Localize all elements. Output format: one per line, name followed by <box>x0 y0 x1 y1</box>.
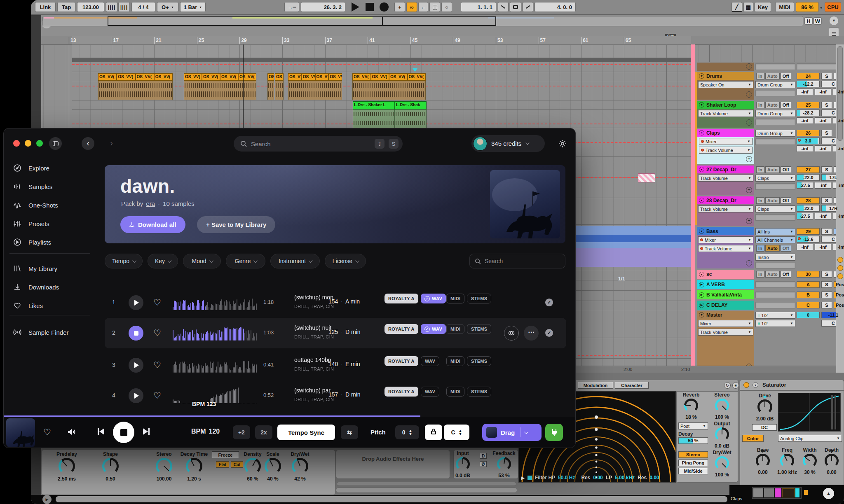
monitor-auto[interactable]: Auto <box>765 73 780 79</box>
filter-instrument[interactable]: Instrument <box>270 254 320 268</box>
badge-midi[interactable]: MIDI <box>446 324 464 334</box>
param-dropdown[interactable]: Track Volume▼ <box>699 147 753 154</box>
echo-mode-pingpong[interactable]: Ping Pong <box>678 460 708 466</box>
track-header[interactable]: ≈Claps <box>697 129 754 137</box>
monitor-buttons[interactable]: InAutoOff <box>756 271 791 278</box>
return-letter[interactable]: A <box>797 281 820 288</box>
volume-button[interactable] <box>66 427 76 439</box>
monitor-off[interactable]: Off <box>781 197 791 204</box>
row-play-button[interactable] <box>129 295 143 310</box>
badge-midi[interactable]: MIDI <box>446 294 464 303</box>
echo-sync-icon[interactable]: ↻ <box>724 382 731 389</box>
sidebar-item-likes[interactable]: Likes <box>13 299 43 312</box>
d-sync-button[interactable]: D <box>480 453 487 459</box>
track-header[interactable]: ▼27 Decap_Dr <box>697 166 754 173</box>
track-row-C DELAY[interactable]: ▶C DELAYCSPost <box>697 301 844 310</box>
cpu-meter-value[interactable]: 86 % <box>796 2 819 12</box>
echo-output-knob[interactable] <box>715 427 729 441</box>
sidebar-collapse-button[interactable] <box>49 137 62 150</box>
play-fold-icon[interactable]: ▶ <box>699 282 704 287</box>
phase-button[interactable]: Ø <box>480 461 487 467</box>
sidebar-item-playlists[interactable]: Playlists <box>13 236 51 248</box>
sat-depth-knob[interactable] <box>825 454 839 468</box>
audio-clip-body[interactable] <box>352 81 426 100</box>
arrangement-position-field[interactable]: 26. 3. 2 <box>301 2 345 12</box>
shaker-clip-body[interactable] <box>353 110 395 128</box>
param-dropdown[interactable]: Claps▼ <box>755 205 795 212</box>
punch-out-button[interactable] <box>523 2 533 12</box>
meter-field[interactable]: -inf <box>833 182 844 189</box>
tempo-sync-button[interactable]: Tempo Sync <box>277 425 335 440</box>
key-select-stepper[interactable]: C▲▼ <box>444 425 469 440</box>
filter-active-icon[interactable] <box>528 476 532 480</box>
new-midi-clip-button[interactable]: + <box>394 2 405 12</box>
badge-stems[interactable]: STEMS <box>467 324 491 334</box>
input-knob[interactable] <box>456 457 470 471</box>
sidebar-item-presets[interactable]: Presets <box>13 217 49 230</box>
row-play-button[interactable] <box>129 358 143 373</box>
track-row-Claps[interactable]: ≈ClapsMixer▼Track Volume▼+Drum Group▼26S… <box>697 129 844 164</box>
param-dropdown[interactable]: Track Volume▼ <box>698 110 753 117</box>
param-dropdown[interactable]: Mixer▼ <box>699 138 753 145</box>
back-to-arrangement-button[interactable]: ← <box>418 2 428 12</box>
audio-clip-header[interactable]: OS_VV( <box>275 73 284 81</box>
tap-button[interactable]: Tap <box>57 2 75 12</box>
track-row-Master[interactable]: ▼MasterMixer▼Track Volume▼+⠿1/2▼⠿1/2▼0-1… <box>697 311 844 373</box>
sat-freq-knob[interactable] <box>780 454 794 468</box>
audio-clip-header[interactable]: OS_VV( <box>154 73 173 81</box>
sample-row[interactable]: 4♡0:52(switchup) parDRILL, TRAP, CIN157·… <box>105 380 566 411</box>
track-header[interactable]: ▼Master <box>697 311 754 319</box>
filter-key[interactable]: Key <box>148 254 178 268</box>
fold-arrow-icon[interactable]: ▼ <box>699 272 704 277</box>
downloaded-check-icon[interactable]: ✓ <box>545 299 553 306</box>
fold-arrow-icon[interactable]: ▼ <box>699 312 704 317</box>
device-scroll-strip-2[interactable] <box>336 488 517 493</box>
volume-field[interactable]: -12.2 <box>797 81 820 87</box>
fold-arrow-icon[interactable]: ▼ <box>699 73 704 79</box>
echo-drywet-knob[interactable] <box>715 456 729 470</box>
row-waveform[interactable] <box>173 295 258 310</box>
master-volume[interactable]: 0 <box>797 312 820 318</box>
device-panel-expand-button[interactable]: ▲ <box>823 488 834 499</box>
track-header[interactable]: ▼28 Decap_Dr <box>697 196 754 204</box>
monitor-in[interactable]: In <box>756 245 764 252</box>
device-chain-scrollbar[interactable] <box>56 496 727 502</box>
global-search-bar[interactable]: Search ⇧ S <box>234 136 403 152</box>
fold-arrow-icon[interactable]: ≈ <box>699 130 704 135</box>
track-number[interactable]: 30 <box>797 271 820 278</box>
param-dropdown[interactable]: Instro▼ <box>755 254 795 261</box>
monitor-auto[interactable]: Auto <box>765 197 780 204</box>
filter-license[interactable]: License <box>325 254 366 268</box>
post-button[interactable]: Post <box>834 281 844 288</box>
track-row-stub[interactable]: + <box>697 63 844 71</box>
audio-clip-header[interactable]: OS_VV( <box>288 73 302 81</box>
similar-sounds-button[interactable] <box>504 326 519 341</box>
badge-wav[interactable]: ✓WAV <box>421 324 446 334</box>
punch-in-button[interactable] <box>498 2 509 12</box>
automation-mode-button[interactable]: ○ <box>441 2 452 12</box>
draw-mode-button[interactable] <box>429 2 440 12</box>
meter-field[interactable]: -inf <box>815 244 831 250</box>
monitor-buttons[interactable]: InAutoOff <box>756 197 791 204</box>
badge-midi[interactable]: MIDI <box>446 356 464 366</box>
echo-tab-modulation[interactable]: Modulation <box>578 382 613 389</box>
download-all-button[interactable]: Download all <box>120 216 185 233</box>
track-header[interactable]: ▼Shaker Loop <box>697 101 754 109</box>
saturator-shape-dropdown[interactable]: Analog Clip▼ <box>778 435 842 442</box>
drag-button[interactable]: Drag <box>482 424 542 441</box>
param-dropdown[interactable]: ⠿1/2▼ <box>755 312 795 319</box>
follow-button[interactable]: →┄ <box>284 2 299 12</box>
freeze-button[interactable]: Freeze <box>212 451 239 458</box>
sat-base-knob[interactable] <box>756 454 770 468</box>
badge-royalty-a[interactable]: ROYALTY A <box>384 294 418 303</box>
more-options-button[interactable]: ⋯ <box>524 326 539 341</box>
echo-reverb-knob[interactable] <box>684 399 698 413</box>
swap-button[interactable]: ⇆ <box>341 425 358 439</box>
echo-decay-slider[interactable]: 50 % <box>678 437 708 444</box>
badge-stems[interactable]: STEMS <box>467 387 491 397</box>
row-like-button[interactable]: ♡ <box>153 298 161 308</box>
solo-button[interactable]: S <box>821 102 832 108</box>
audio-clip-header[interactable]: OS_VV( <box>408 73 426 81</box>
list-search-input[interactable]: Search <box>469 254 565 268</box>
solo-button[interactable]: S <box>821 292 832 298</box>
